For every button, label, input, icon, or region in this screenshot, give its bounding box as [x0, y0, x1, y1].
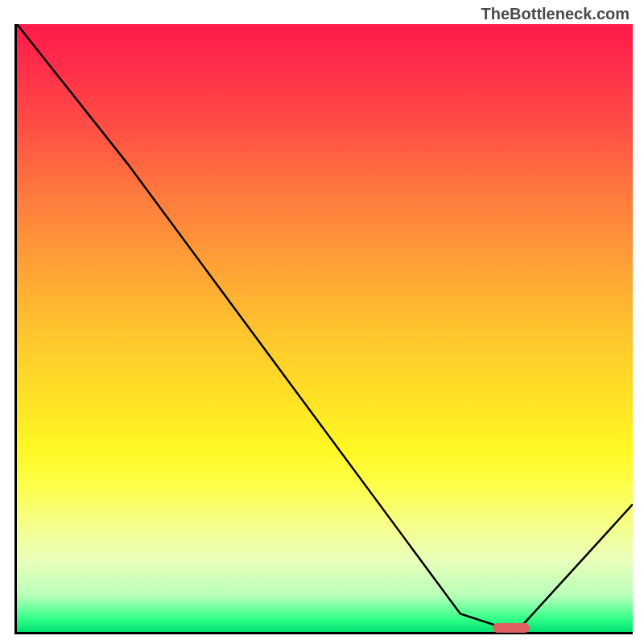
- line-chart-svg: [17, 24, 633, 632]
- watermark-text: TheBottleneck.com: [481, 5, 630, 23]
- optimal-marker: [493, 623, 530, 633]
- bottleneck-curve-path: [17, 24, 633, 625]
- plot-area: [14, 24, 633, 634]
